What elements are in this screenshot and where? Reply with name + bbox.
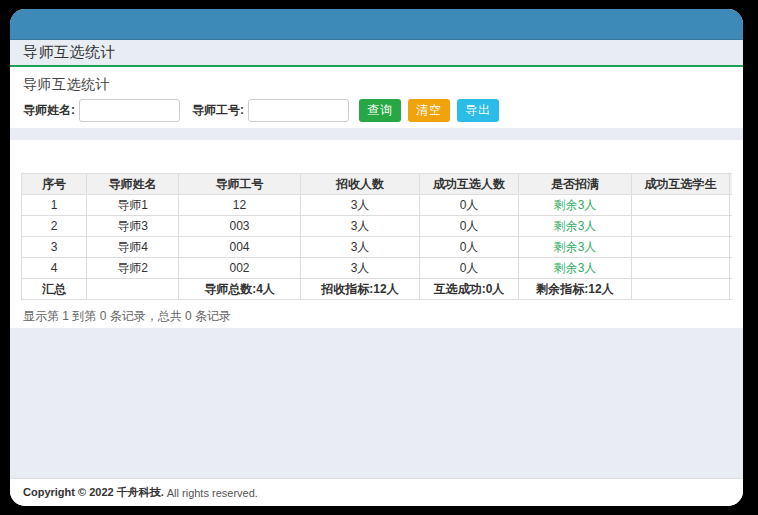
mentor-name-input[interactable]	[79, 99, 180, 122]
mentor-name-label: 导师姓名:	[23, 102, 75, 119]
cell-remaining: 剩余3人	[519, 237, 632, 258]
search-form-panel: 导师互选统计 导师姓名: 导师工号: 查询 清空 导出	[10, 67, 743, 128]
summary-row: 汇总 导师总数:4人 招收指标:12人 互选成功:0人 剩余指标:12人	[22, 279, 733, 300]
panel-subtitle: 导师互选统计	[23, 75, 730, 93]
header-id: 导师工号	[179, 174, 301, 195]
cell-success: 0人	[420, 195, 519, 216]
summary-empty	[632, 279, 730, 300]
cell-clipped	[730, 237, 733, 258]
table-row: 4 导师2 002 3人 0人 剩余3人	[22, 258, 733, 279]
cell-name: 导师3	[87, 216, 179, 237]
cell-remaining: 剩余3人	[519, 258, 632, 279]
cell-name: 导师1	[87, 195, 179, 216]
cell-students	[632, 195, 730, 216]
table-clip-region: 序号 导师姓名 导师工号 招收人数 成功互选人数 是否招满 成功互选学生 1 导…	[21, 173, 732, 300]
mentor-statistics-table: 序号 导师姓名 导师工号 招收人数 成功互选人数 是否招满 成功互选学生 1 导…	[21, 173, 732, 300]
summary-clipped	[730, 279, 733, 300]
cell-clipped: 王	[730, 216, 733, 237]
clear-button[interactable]: 清空	[408, 99, 450, 122]
cell-recruit: 3人	[301, 258, 420, 279]
cell-recruit: 3人	[301, 237, 420, 258]
summary-recruit-quota: 招收指标:12人	[301, 279, 420, 300]
footer-rights: All rights reserved.	[167, 487, 258, 499]
header-recruit: 招收人数	[301, 174, 420, 195]
title-bar: 导师互选统计	[10, 40, 743, 67]
header-clipped	[730, 174, 733, 195]
search-form-row: 导师姓名: 导师工号: 查询 清空 导出	[23, 99, 730, 122]
header-name: 导师姓名	[87, 174, 179, 195]
background-spacer	[10, 328, 743, 478]
cell-students	[632, 237, 730, 258]
cell-seq: 1	[22, 195, 87, 216]
header-students: 成功互选学生	[632, 174, 730, 195]
cell-recruit: 3人	[301, 195, 420, 216]
page-title: 导师互选统计	[23, 43, 116, 62]
cell-success: 0人	[420, 237, 519, 258]
summary-label: 汇总	[22, 279, 87, 300]
cell-seq: 3	[22, 237, 87, 258]
footer: Copyright © 2022 千舟科技. All rights reserv…	[10, 478, 743, 506]
cell-success: 0人	[420, 258, 519, 279]
footer-copyright: Copyright © 2022 千舟科技.	[23, 485, 164, 500]
statistics-table-panel: 序号 导师姓名 导师工号 招收人数 成功互选人数 是否招满 成功互选学生 1 导…	[10, 140, 743, 328]
cell-students	[632, 216, 730, 237]
table-header-row: 序号 导师姓名 导师工号 招收人数 成功互选人数 是否招满 成功互选学生	[22, 174, 733, 195]
panel-gap	[10, 128, 743, 140]
cell-remaining: 剩余3人	[519, 216, 632, 237]
cell-students	[632, 258, 730, 279]
header-success: 成功互选人数	[420, 174, 519, 195]
mentor-id-input[interactable]	[248, 99, 349, 122]
query-button[interactable]: 查询	[359, 99, 401, 122]
summary-total-mentors: 导师总数:4人	[179, 279, 301, 300]
top-bar	[10, 9, 743, 40]
pagination-info: 显示第 1 到第 0 条记录，总共 0 条记录	[21, 308, 732, 325]
header-full: 是否招满	[519, 174, 632, 195]
summary-remaining-quota: 剩余指标:12人	[519, 279, 632, 300]
export-button[interactable]: 导出	[457, 99, 499, 122]
header-seq: 序号	[22, 174, 87, 195]
cell-clipped	[730, 258, 733, 279]
app-window: 导师互选统计 导师互选统计 导师姓名: 导师工号: 查询 清空 导出 序号	[10, 9, 743, 506]
table-row: 1 导师1 12 3人 0人 剩余3人	[22, 195, 733, 216]
cell-name: 导师2	[87, 258, 179, 279]
cell-id: 12	[179, 195, 301, 216]
cell-clipped	[730, 195, 733, 216]
cell-recruit: 3人	[301, 216, 420, 237]
cell-id: 004	[179, 237, 301, 258]
summary-success-count: 互选成功:0人	[420, 279, 519, 300]
cell-name: 导师4	[87, 237, 179, 258]
table-row: 3 导师4 004 3人 0人 剩余3人	[22, 237, 733, 258]
mentor-id-label: 导师工号:	[192, 102, 244, 119]
cell-seq: 2	[22, 216, 87, 237]
table-row: 2 导师3 003 3人 0人 剩余3人 王	[22, 216, 733, 237]
summary-empty	[87, 279, 179, 300]
cell-id: 003	[179, 216, 301, 237]
cell-id: 002	[179, 258, 301, 279]
cell-success: 0人	[420, 216, 519, 237]
cell-seq: 4	[22, 258, 87, 279]
cell-remaining: 剩余3人	[519, 195, 632, 216]
